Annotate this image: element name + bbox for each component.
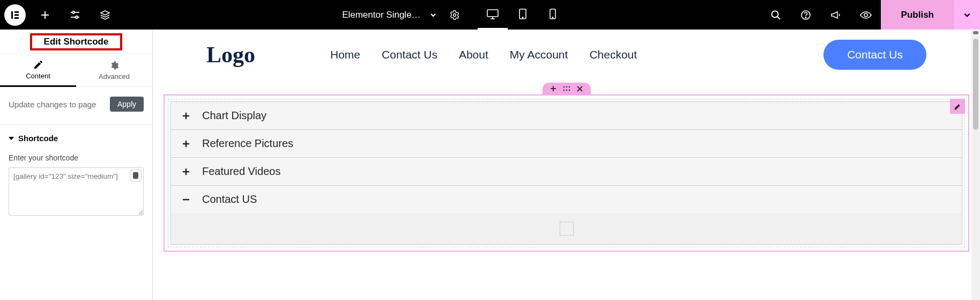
tab-content[interactable]: Content — [0, 54, 76, 87]
site-header: Logo Home Contact Us About My Account Ch… — [153, 30, 980, 83]
svg-rect-1 — [14, 11, 19, 13]
panel-body: Update changes to page Apply Shortcode E… — [0, 87, 152, 226]
accordion-item[interactable]: Reference Pictures — [170, 129, 962, 158]
svg-point-23 — [864, 13, 867, 17]
accordion-item[interactable]: Chart Display — [170, 101, 962, 130]
svg-line-20 — [777, 17, 780, 19]
publish-options-button[interactable] — [954, 0, 980, 30]
close-icon — [577, 86, 583, 92]
section-head-label: Shortcode — [18, 134, 58, 143]
canvas-scrollbar[interactable] — [971, 30, 980, 300]
plus-icon — [550, 85, 556, 92]
topbar-right: Publish — [761, 0, 980, 30]
accordion-item-label: Featured Videos — [202, 165, 280, 178]
nav-link[interactable]: Contact Us — [382, 48, 437, 61]
chevron-down-icon — [429, 11, 437, 19]
apply-button[interactable]: Apply — [110, 97, 144, 112]
search-icon — [770, 10, 781, 20]
site-logo[interactable]: Logo — [206, 42, 255, 68]
svg-point-28 — [563, 86, 565, 88]
tab-advanced[interactable]: Advanced — [76, 54, 152, 87]
nav-link[interactable]: Checkout — [589, 48, 637, 61]
plus-icon — [182, 112, 191, 120]
database-icon — [132, 172, 139, 179]
whats-new-button[interactable] — [821, 0, 851, 30]
field-label: Enter your shortcode — [9, 153, 144, 162]
accordion-content[interactable] — [170, 213, 962, 245]
add-widget-button[interactable] — [30, 0, 60, 30]
site-settings-button[interactable] — [60, 0, 90, 30]
help-button[interactable] — [791, 0, 821, 30]
header-cta-button[interactable]: Contact Us — [823, 40, 926, 70]
nav-link[interactable]: About — [459, 48, 488, 61]
svg-point-29 — [566, 86, 568, 88]
accordion-item[interactable]: Contact US — [170, 185, 962, 214]
section-shortcode-toggle[interactable]: Shortcode — [9, 134, 144, 143]
device-tablet-button[interactable] — [508, 0, 538, 30]
section-handle — [543, 83, 591, 94]
responsive-device-group — [478, 0, 568, 30]
accordion-item-label: Chart Display — [202, 109, 266, 122]
svg-point-30 — [569, 86, 570, 88]
pencil-icon — [33, 60, 43, 70]
section-add-button[interactable] — [550, 85, 556, 92]
panel-title-wrap: Edit Shortcode — [0, 30, 152, 54]
shortcode-input[interactable] — [9, 167, 144, 216]
section-close-button[interactable] — [577, 86, 583, 92]
update-text: Update changes to page — [9, 100, 96, 109]
svg-rect-0 — [11, 11, 13, 19]
device-desktop-button[interactable] — [478, 0, 508, 30]
section-container[interactable]: Chart Display Reference Pictures Feature… — [164, 94, 969, 252]
nav-link[interactable]: My Account — [510, 48, 568, 61]
tab-advanced-label: Advanced — [99, 72, 130, 81]
svg-marker-24 — [9, 137, 14, 140]
widget-container[interactable]: Chart Display Reference Pictures Feature… — [168, 99, 965, 247]
panel-title: Edit Shortcode — [30, 33, 123, 50]
gear-icon — [109, 61, 119, 70]
drag-icon — [563, 86, 570, 91]
svg-rect-12 — [487, 10, 498, 17]
help-icon — [800, 10, 811, 20]
svg-point-9 — [76, 16, 78, 18]
nav-link[interactable]: Home — [330, 48, 360, 61]
plus-icon — [182, 167, 191, 176]
widget-edit-button[interactable] — [950, 99, 965, 114]
page-settings-button[interactable] — [442, 0, 467, 30]
svg-point-32 — [566, 90, 568, 91]
device-mobile-button[interactable] — [538, 0, 568, 30]
megaphone-icon — [830, 10, 842, 20]
plus-icon — [40, 10, 50, 20]
preview-button[interactable] — [851, 0, 881, 30]
accordion-item-label: Reference Pictures — [202, 137, 293, 150]
finder-button[interactable] — [761, 0, 791, 30]
accordion-item-label: Contact US — [202, 193, 257, 206]
eye-icon — [859, 10, 872, 20]
gear-icon — [449, 10, 460, 20]
publish-button[interactable]: Publish — [881, 0, 954, 30]
tablet-icon — [518, 8, 528, 20]
section-drag-handle[interactable] — [563, 86, 570, 91]
elementor-logo-icon — [4, 4, 26, 26]
svg-rect-3 — [14, 17, 19, 19]
svg-point-7 — [72, 11, 75, 13]
topbar: Elementor Single… — [0, 0, 980, 30]
svg-point-22 — [805, 17, 806, 18]
desktop-icon — [486, 8, 499, 20]
plus-icon — [182, 140, 191, 148]
svg-marker-10 — [101, 11, 109, 15]
svg-point-33 — [569, 90, 570, 91]
textarea-wrap — [9, 167, 144, 218]
accordion-item[interactable]: Featured Videos — [170, 157, 962, 186]
document-title[interactable]: Elementor Single… — [339, 10, 424, 20]
mobile-icon — [549, 8, 556, 20]
topbar-left — [0, 0, 120, 30]
document-dropdown-button[interactable] — [424, 0, 442, 30]
structure-button[interactable] — [90, 0, 120, 30]
svg-point-19 — [771, 11, 778, 17]
dynamic-tags-button[interactable] — [130, 170, 142, 181]
tab-content-label: Content — [26, 72, 50, 80]
scrollbar-thumb[interactable] — [973, 39, 978, 130]
content-placeholder-icon — [560, 222, 574, 236]
update-row: Update changes to page Apply — [0, 94, 152, 125]
elementor-logo-button[interactable] — [0, 0, 30, 30]
